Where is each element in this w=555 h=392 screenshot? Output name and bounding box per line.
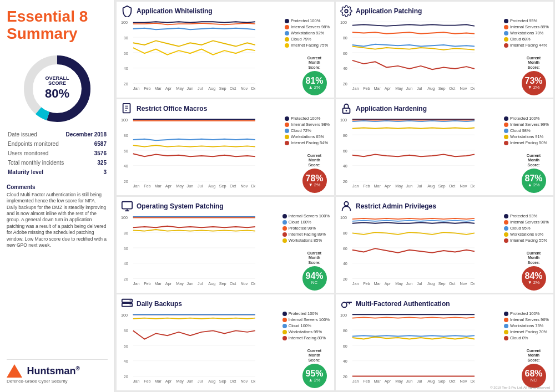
score-badge: CurrentMonthScore: 95% ▲ 2% — [299, 349, 330, 388]
stats-table: Date issued December 2018 Endpoints moni… — [7, 129, 108, 177]
chart-svg-area: 100 80 60 40 20 — [340, 213, 475, 291]
svg-text:Sep: Sep — [219, 281, 226, 286]
svg-text:Oct: Oct — [449, 281, 455, 286]
svg-text:Sep: Sep — [438, 184, 446, 189]
svg-text:Dec: Dec — [251, 86, 255, 91]
svg-text:Apr: Apr — [385, 86, 391, 91]
score-circle: 78% ▼ 2% — [302, 169, 327, 193]
svg-text:Aug: Aug — [427, 379, 435, 384]
score-circle: 68% NC — [522, 364, 546, 388]
chart-header: Application Whitelisting — [121, 5, 330, 17]
svg-text:Oct: Oct — [449, 184, 455, 189]
svg-text:Aug: Aug — [208, 379, 215, 384]
score-badge: CurrentMonthScore: 73% ▼ 2% — [518, 56, 549, 95]
legend: Protected 100% Internal Servers 98% Work… — [285, 18, 330, 49]
svg-text:60: 60 — [124, 246, 128, 251]
score-label: CurrentMonthScore: — [518, 154, 549, 167]
chart-right: Protected 100% Internal Servers 100% Clo… — [258, 311, 330, 388]
chart-body: 100 80 60 40 20 — [121, 311, 330, 388]
svg-text:Mar: Mar — [155, 281, 162, 286]
svg-point-75 — [346, 110, 347, 111]
score-badge: CurrentMonthScore: 94% NC — [299, 251, 330, 291]
stat-label: Total monthly incidents — [8, 159, 64, 167]
stat-row-date: Date issued December 2018 — [8, 130, 107, 139]
svg-text:40: 40 — [343, 261, 347, 266]
gear-icon — [340, 5, 352, 17]
legend: Protected 100% Internal Servers 96% Work… — [504, 311, 549, 342]
svg-text:Sep: Sep — [438, 379, 446, 384]
main-container: Essential 8Summary OVERALLSCORE 80% — [0, 0, 555, 392]
svg-text:60: 60 — [343, 246, 347, 251]
svg-text:Mar: Mar — [155, 184, 162, 189]
svg-rect-98 — [122, 202, 132, 209]
svg-text:Sep: Sep — [219, 184, 226, 189]
score-label: CurrentMonthScore: — [299, 349, 330, 363]
chart-svg-area: 100 80 60 40 20 — [121, 311, 255, 388]
svg-text:May: May — [176, 184, 184, 189]
svg-text:40: 40 — [124, 66, 128, 71]
chart-svg-area: 100 80 60 40 20 — [340, 116, 475, 193]
svg-text:100: 100 — [340, 20, 347, 25]
svg-text:Sep: Sep — [438, 281, 446, 286]
score-label: CurrentMonthScore: — [518, 251, 549, 265]
svg-text:20: 20 — [343, 277, 347, 282]
svg-text:Oct: Oct — [449, 86, 455, 91]
chart-header: Operating System Patching — [121, 200, 330, 212]
svg-text:Oct: Oct — [230, 281, 236, 286]
svg-text:40: 40 — [343, 359, 347, 364]
svg-text:Mar: Mar — [374, 86, 381, 91]
score-change: NC — [531, 378, 537, 383]
svg-text:Mar: Mar — [155, 86, 162, 91]
svg-text:Jul: Jul — [198, 184, 203, 189]
svg-text:Oct: Oct — [230, 86, 236, 91]
chart-title: Application Hardening — [356, 105, 427, 113]
chart-svg-area: 100 80 60 40 20 — [121, 18, 255, 95]
svg-text:Nov: Nov — [460, 379, 467, 384]
svg-point-123 — [344, 202, 348, 206]
svg-text:Aug: Aug — [427, 281, 435, 286]
svg-text:Jul: Jul — [417, 184, 422, 189]
charts-area: Application Whitelisting 100 80 60 40 20 — [115, 0, 555, 392]
svg-text:Sep: Sep — [438, 86, 446, 91]
svg-point-149 — [130, 304, 131, 306]
score-change: ▲ 2% — [528, 183, 540, 187]
score-number: 68% — [524, 369, 542, 378]
svg-text:Feb: Feb — [144, 379, 150, 384]
chart-right: Protected 100% Internal Servers 99% Clou… — [477, 116, 549, 193]
svg-text:80: 80 — [343, 328, 347, 333]
legend: Protected 100% Internal Servers 99% Clou… — [504, 116, 549, 146]
score-circle: 84% ▼ 2% — [522, 266, 546, 291]
svg-text:Nov: Nov — [460, 86, 467, 91]
score-number: 87% — [524, 174, 542, 183]
svg-text:Jun: Jun — [187, 184, 194, 189]
logo-icon — [7, 364, 22, 378]
svg-text:Apr: Apr — [165, 86, 172, 91]
monitor-icon — [121, 200, 133, 212]
score-number: 95% — [305, 369, 323, 378]
svg-text:Mar: Mar — [374, 379, 381, 384]
svg-rect-147 — [122, 303, 132, 307]
svg-text:20: 20 — [343, 82, 347, 86]
svg-text:Feb: Feb — [363, 184, 370, 189]
svg-text:May: May — [395, 184, 403, 189]
comments-section: Comments Cloud Multi Factor Authenticati… — [7, 184, 108, 249]
chart-title: Application Whitelisting — [137, 7, 213, 15]
score-change: ▲ 2% — [309, 378, 321, 383]
svg-text:Aug: Aug — [427, 86, 435, 91]
chart-right: Protected 93% Internal Servers 98% Cloud… — [477, 213, 549, 291]
svg-text:Jul: Jul — [198, 281, 203, 286]
legend: Internal Servers 100% Cloud 100% Protect… — [282, 213, 330, 244]
chart-header: Daily Backups — [121, 298, 330, 310]
svg-text:Nov: Nov — [460, 281, 467, 286]
chart-title: Daily Backups — [137, 300, 182, 308]
shield-icon — [121, 5, 133, 17]
svg-text:40: 40 — [343, 164, 347, 169]
svg-text:Dec: Dec — [471, 184, 475, 189]
svg-text:Jan: Jan — [133, 281, 140, 286]
score-label: CurrentMonthScore: — [518, 349, 549, 363]
score-label: CurrentMonthScore: — [299, 154, 330, 167]
svg-text:Jun: Jun — [406, 281, 413, 286]
stat-label: Endpoints monitored — [8, 140, 64, 148]
svg-text:60: 60 — [343, 149, 347, 154]
svg-text:80: 80 — [343, 35, 347, 40]
